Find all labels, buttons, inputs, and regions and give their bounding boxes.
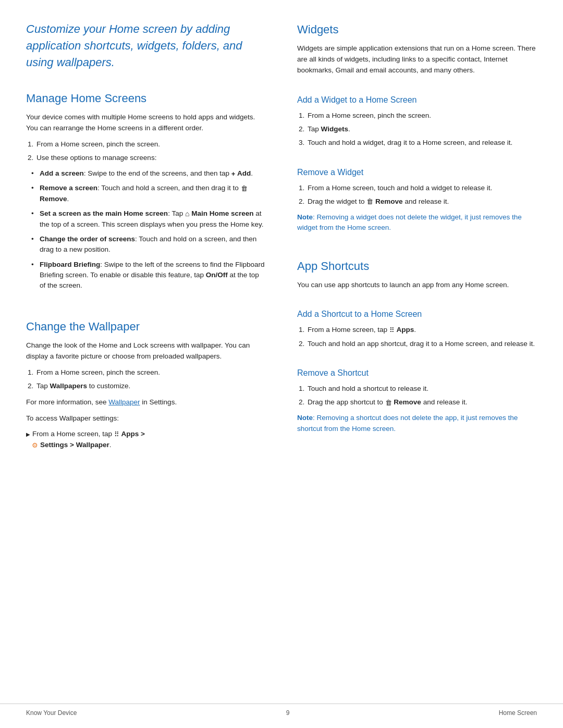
arrow-icon [26,430,32,438]
wallpaper-step-2: Tap Wallpapers to customize. [35,381,266,391]
remove-widget-note: Note: Removing a widget does not delete … [297,212,537,233]
manage-home-screens-intro: Your device comes with multiple Home scr… [26,112,266,134]
add-widget-step-2: Tap Widgets. [307,124,537,134]
bullet-remove-screen: Remove a screen: Touch and hold a screen… [31,183,266,204]
manage-step-1: From a Home screen, pinch the screen. [35,139,266,150]
manage-step-2: Use these options to manage screens: [35,153,266,163]
remove-widget-title: Remove a Widget [297,166,537,179]
manage-home-screens-section: Manage Home Screens Your device comes wi… [26,90,266,291]
widgets-intro: Widgets are simple application extension… [297,43,537,76]
remove-widget-step-1: From a Home screen, touch and hold a wid… [307,183,537,193]
add-shortcut-step-2: Touch and hold an app shortcut, drag it … [307,339,537,349]
wallpaper-access-text: To access Wallpaper settings: [26,413,266,424]
bullet-flipboard: Flipboard Briefing: Swipe to the left of… [31,260,266,291]
apps-grid-icon-2: ⠿ [389,325,395,336]
plus-icon: + [231,169,236,179]
remove-shortcut-note: Note: Removing a shortcut does not delet… [297,413,537,434]
widgets-title: Widgets [297,21,537,38]
footer-left: Know Your Device [26,708,77,718]
footer: Know Your Device 9 Home Screen [0,704,563,718]
wallpaper-more-info: For more information, see Wallpaper in S… [26,397,266,408]
intro-title: Customize your Home screen by adding app… [26,21,266,71]
add-widget-step-1: From a Home screen, pinch the screen. [307,110,537,121]
widgets-section: Widgets Widgets are simple application e… [297,21,537,233]
remove-shortcut-step-1: Touch and hold a shortcut to release it. [307,384,537,394]
remove-shortcut-step-2: Drag the app shortcut to Remove and rele… [307,397,537,408]
remove-widget-steps: From a Home screen, touch and hold a wid… [307,183,537,207]
remove-shortcut-title: Remove a Shortcut [297,367,537,379]
remove-widget-step-2: Drag the widget to Remove and release it… [307,196,537,207]
add-widget-step-3: Touch and hold a widget, drag it to a Ho… [307,138,537,148]
change-wallpaper-title: Change the Wallpaper [26,318,266,335]
change-wallpaper-intro: Change the look of the Home and Lock scr… [26,340,266,362]
wallpaper-step-1: From a Home screen, pinch the screen. [35,367,266,378]
wallpaper-link[interactable]: Wallpaper [108,398,140,406]
home-icon [185,208,189,219]
add-widget-steps: From a Home screen, pinch the screen. Ta… [307,110,537,149]
add-shortcut-step-1: From a Home screen, tap ⠿ Apps. [307,325,537,335]
footer-center: 9 [286,708,290,718]
wallpaper-steps: From a Home screen, pinch the screen. Ta… [35,367,266,392]
wallpaper-arrow-instruction: From a Home screen, tap ⠿ Apps > Setting… [26,429,266,451]
app-shortcuts-intro: You can use app shortcuts to launch an a… [297,280,537,291]
apps-grid-icon: ⠿ [114,429,119,440]
add-shortcut-title: Add a Shortcut to a Home Screen [297,308,537,320]
footer-right: Home Screen [499,708,537,718]
manage-home-screens-title: Manage Home Screens [26,90,266,107]
app-shortcuts-section: App Shortcuts You can use app shortcuts … [297,257,537,434]
change-wallpaper-section: Change the Wallpaper Change the look of … [26,318,266,451]
add-shortcut-steps: From a Home screen, tap ⠿ Apps. Touch an… [307,325,537,349]
trash-icon-3 [385,398,392,408]
trash-icon [241,183,248,194]
remove-shortcut-steps: Touch and hold a shortcut to release it.… [307,384,537,408]
bullet-add-screen: Add a screen: Swipe to the end of the sc… [31,168,266,179]
manage-bullet-list: Add a screen: Swipe to the end of the sc… [31,168,266,291]
manage-home-screens-steps: From a Home screen, pinch the screen. Us… [35,139,266,164]
app-shortcuts-title: App Shortcuts [297,257,537,275]
bullet-change-order: Change the order of screens: Touch and h… [31,234,266,255]
bullet-main-home-screen: Set a screen as the main Home screen: Ta… [31,208,266,230]
add-widget-title: Add a Widget to a Home Screen [297,94,537,106]
trash-icon-2 [366,196,373,207]
settings-icon [32,440,38,451]
